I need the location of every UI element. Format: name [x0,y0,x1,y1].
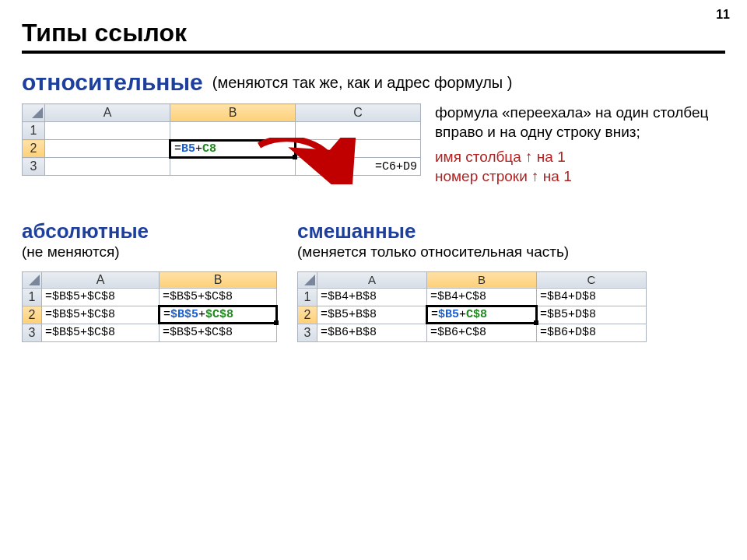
absolute-paren: (не меняются) [22,243,277,261]
mix-col-c: C [537,271,647,288]
row-header-3: 3 [23,158,45,176]
absolute-spreadsheet: A B 1 =$B$5+$C$8 =$B$5+$C$8 2 =$B$5+$C$8… [22,271,277,342]
mixed-heading: смешанные (меняется только относительная… [297,219,647,261]
row-header-2: 2 [23,140,45,158]
mix-eq: = [431,308,438,321]
relative-row: A B C 1 2 =B5+C8 [22,103,725,187]
abs-row-2: 2 [23,306,42,324]
relative-spreadsheet: A B C 1 2 =B5+C8 [22,103,421,176]
relative-note-text: формула «переехала» на один столбец впра… [435,103,715,142]
cell-b3 [170,158,296,176]
abs-a2: =$B$5+$C$8 [42,306,160,324]
abs-b3: =$B$5+$C$8 [160,324,277,341]
cell-c1 [296,122,421,140]
abs-ref-a: $B$5 [170,308,198,321]
mix-row-3: 3 [298,324,317,341]
mix-a2: =$B5+B$8 [317,306,427,324]
abs-row-1: 1 [23,288,42,306]
abs-b1: =$B$5+$C$8 [160,288,277,306]
absolute-block: абсолютные (не меняются) A B 1 =$B$5+$C$… [22,219,277,342]
abs-row-3: 3 [23,324,42,341]
corner-cell [23,104,45,122]
mix-b3: =$B6+C$8 [427,324,537,341]
relative-sheet-wrap: A B C 1 2 =B5+C8 [22,103,421,176]
page-number: 11 [716,8,730,22]
cell-a1 [45,122,170,140]
abs-plus: + [198,308,205,321]
absolute-heading: абсолютные (не меняются) [22,219,277,261]
mix-row-1: 1 [298,288,317,306]
abs-b2-selected: =$B$5+$C$8 [160,306,277,324]
mix-a3: =$B6+B$8 [317,324,427,341]
cell-b2-selected: =B5+C8 [170,140,296,158]
relative-paren: (меняются так же, как и адрес формулы ) [212,74,513,92]
abs-col-b: B [160,271,277,288]
absolute-term: абсолютные [22,219,277,243]
cell-c2 [296,140,421,158]
col-header-c: C [296,104,421,122]
mix-ref-b: C$8 [466,308,487,321]
formula-ref-b: C8 [202,142,216,156]
mix-c3: =$B6+D$8 [537,324,647,341]
mix-b1: =$B4+C$8 [427,288,537,306]
mixed-term: смешанные [297,219,647,243]
relative-note-red: имя столбца ↑ на 1 номер строки ↑ на 1 [435,148,715,186]
mixed-block: смешанные (меняется только относительная… [297,219,647,342]
abs-a3: =$B$5+$C$8 [42,324,160,341]
mix-row-2: 2 [298,306,317,324]
mix-c1: =$B4+D$8 [537,288,647,306]
cell-a3 [45,158,170,176]
col-header-b: B [170,104,296,122]
cell-b1 [170,122,296,140]
abs-corner [23,271,42,288]
abs-a1: =$B$5+$C$8 [42,288,160,306]
row-header-1: 1 [23,122,45,140]
cell-a2 [45,140,170,158]
mixed-spreadsheet: A B C 1 =$B4+B$8 =$B4+C$8 =$B4+D$8 2 =$B… [297,271,647,342]
mix-c2: =$B5+D$8 [537,306,647,324]
mixed-paren: (меняется только относительная часть) [297,243,647,261]
page-title: Типы ссылок [22,19,725,47]
abs-ref-b: $C$8 [205,308,233,321]
mix-b2-selected: =$B5+C$8 [427,306,537,324]
slide: 11 Типы ссылок относительные (меняются т… [0,0,747,560]
mix-a1: =$B4+B$8 [317,288,427,306]
formula-ref-a: B5 [181,142,195,156]
bottom-row: абсолютные (не меняются) A B 1 =$B$5+$C$… [22,219,725,342]
formula-plus: + [195,142,202,156]
mix-col-b: B [427,271,537,288]
cell-c3: =C6+D9 [296,158,421,176]
mix-col-a: A [317,271,427,288]
mix-ref-a: $B5 [438,308,459,321]
col-header-a: A [45,104,170,122]
relative-term: относительные [22,69,203,96]
abs-col-a: A [42,271,160,288]
abs-eq: = [163,308,170,321]
relative-heading: относительные (меняются так же, как и ад… [22,69,725,96]
mix-plus: + [459,308,466,321]
formula-eq: = [174,142,181,156]
mix-corner [298,271,317,288]
title-rule [22,51,725,54]
relative-note: формула «переехала» на один столбец впра… [435,103,715,187]
